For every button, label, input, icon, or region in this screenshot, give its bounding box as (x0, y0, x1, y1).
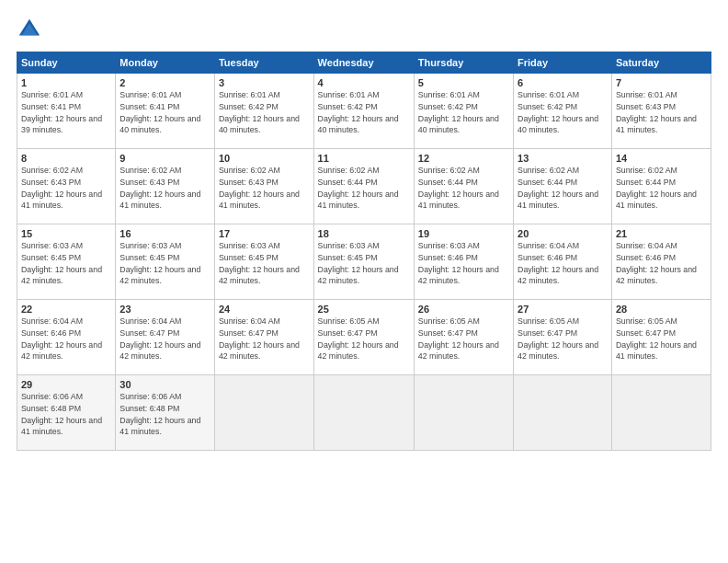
calendar-cell: 5Sunrise: 6:01 AMSunset: 6:42 PMDaylight… (414, 74, 513, 149)
weekday-header: Saturday (611, 52, 711, 74)
day-number: 22 (21, 304, 111, 315)
day-number: 21 (616, 228, 707, 239)
calendar-cell: 21Sunrise: 6:04 AMSunset: 6:46 PMDayligh… (611, 224, 711, 300)
day-number: 13 (518, 153, 608, 164)
calendar-cell: 24Sunrise: 6:04 AMSunset: 6:47 PMDayligh… (214, 300, 313, 375)
day-number: 26 (418, 304, 509, 315)
day-info: Sunrise: 6:05 AMSunset: 6:47 PMDaylight:… (518, 316, 608, 362)
day-info: Sunrise: 6:02 AMSunset: 6:44 PMDaylight:… (518, 165, 608, 212)
calendar-week-row: 22Sunrise: 6:04 AMSunset: 6:46 PMDayligh… (17, 300, 711, 375)
day-info: Sunrise: 6:04 AMSunset: 6:46 PMDaylight:… (616, 240, 707, 287)
day-info: Sunrise: 6:03 AMSunset: 6:46 PMDaylight:… (418, 240, 509, 287)
calendar-cell: 12Sunrise: 6:02 AMSunset: 6:44 PMDayligh… (414, 149, 513, 224)
calendar-cell: 15Sunrise: 6:03 AMSunset: 6:45 PMDayligh… (17, 224, 116, 300)
calendar-cell: 7Sunrise: 6:01 AMSunset: 6:43 PMDaylight… (611, 74, 711, 149)
day-info: Sunrise: 6:01 AMSunset: 6:41 PMDaylight:… (21, 89, 111, 136)
day-number: 25 (318, 304, 410, 315)
day-number: 23 (119, 304, 210, 315)
day-info: Sunrise: 6:01 AMSunset: 6:42 PMDaylight:… (318, 89, 410, 136)
calendar-header-row: SundayMondayTuesdayWednesdayThursdayFrid… (17, 52, 711, 74)
day-number: 15 (21, 228, 111, 239)
day-number: 14 (616, 153, 707, 164)
day-info: Sunrise: 6:01 AMSunset: 6:42 PMDaylight:… (219, 89, 310, 136)
day-number: 19 (418, 228, 509, 239)
calendar-cell: 18Sunrise: 6:03 AMSunset: 6:45 PMDayligh… (313, 224, 414, 300)
day-number: 29 (21, 379, 111, 390)
day-number: 28 (616, 304, 707, 315)
weekday-header: Sunday (17, 52, 116, 74)
calendar-cell: 16Sunrise: 6:03 AMSunset: 6:45 PMDayligh… (116, 224, 215, 300)
day-number: 10 (219, 153, 310, 164)
day-info: Sunrise: 6:06 AMSunset: 6:48 PMDaylight:… (119, 391, 210, 438)
day-number: 11 (318, 153, 410, 164)
calendar-cell (313, 375, 414, 451)
calendar-week-row: 15Sunrise: 6:03 AMSunset: 6:45 PMDayligh… (17, 224, 711, 300)
day-number: 18 (318, 228, 410, 239)
day-number: 8 (21, 153, 111, 164)
day-info: Sunrise: 6:02 AMSunset: 6:44 PMDaylight:… (616, 165, 707, 212)
calendar-cell: 13Sunrise: 6:02 AMSunset: 6:44 PMDayligh… (514, 149, 612, 224)
calendar-cell: 2Sunrise: 6:01 AMSunset: 6:41 PMDaylight… (116, 74, 215, 149)
day-info: Sunrise: 6:02 AMSunset: 6:44 PMDaylight:… (418, 165, 509, 212)
weekday-header: Friday (514, 52, 612, 74)
weekday-header: Monday (116, 52, 215, 74)
calendar-cell (611, 375, 711, 451)
calendar-cell: 3Sunrise: 6:01 AMSunset: 6:42 PMDaylight… (214, 74, 313, 149)
day-info: Sunrise: 6:02 AMSunset: 6:43 PMDaylight:… (21, 165, 111, 212)
calendar-cell: 25Sunrise: 6:05 AMSunset: 6:47 PMDayligh… (313, 300, 414, 375)
day-info: Sunrise: 6:01 AMSunset: 6:43 PMDaylight:… (616, 89, 707, 136)
calendar-cell: 26Sunrise: 6:05 AMSunset: 6:47 PMDayligh… (414, 300, 513, 375)
calendar-page: SundayMondayTuesdayWednesdayThursdayFrid… (0, 0, 728, 563)
day-info: Sunrise: 6:05 AMSunset: 6:47 PMDaylight:… (318, 316, 410, 362)
logo-icon (17, 17, 42, 42)
day-info: Sunrise: 6:01 AMSunset: 6:42 PMDaylight:… (418, 89, 509, 136)
calendar-cell: 29Sunrise: 6:06 AMSunset: 6:48 PMDayligh… (17, 375, 116, 451)
weekday-header: Wednesday (313, 52, 414, 74)
calendar-cell: 27Sunrise: 6:05 AMSunset: 6:47 PMDayligh… (514, 300, 612, 375)
day-info: Sunrise: 6:04 AMSunset: 6:46 PMDaylight:… (21, 316, 111, 362)
day-number: 20 (518, 228, 608, 239)
calendar-cell: 28Sunrise: 6:05 AMSunset: 6:47 PMDayligh… (611, 300, 711, 375)
day-info: Sunrise: 6:01 AMSunset: 6:42 PMDaylight:… (518, 89, 608, 136)
calendar-cell: 20Sunrise: 6:04 AMSunset: 6:46 PMDayligh… (514, 224, 612, 300)
weekday-header: Tuesday (214, 52, 313, 74)
day-number: 4 (318, 77, 410, 88)
calendar-cell: 23Sunrise: 6:04 AMSunset: 6:47 PMDayligh… (116, 300, 215, 375)
day-number: 24 (219, 304, 310, 315)
day-info: Sunrise: 6:03 AMSunset: 6:45 PMDaylight:… (119, 240, 210, 287)
calendar-cell: 1Sunrise: 6:01 AMSunset: 6:41 PMDaylight… (17, 74, 116, 149)
day-info: Sunrise: 6:02 AMSunset: 6:43 PMDaylight:… (119, 165, 210, 212)
calendar-cell (414, 375, 513, 451)
day-info: Sunrise: 6:03 AMSunset: 6:45 PMDaylight:… (318, 240, 410, 287)
calendar-cell: 17Sunrise: 6:03 AMSunset: 6:45 PMDayligh… (214, 224, 313, 300)
day-info: Sunrise: 6:04 AMSunset: 6:46 PMDaylight:… (518, 240, 608, 287)
day-number: 12 (418, 153, 509, 164)
calendar-cell (214, 375, 313, 451)
calendar-cell: 8Sunrise: 6:02 AMSunset: 6:43 PMDaylight… (17, 149, 116, 224)
day-number: 1 (21, 77, 111, 88)
day-info: Sunrise: 6:06 AMSunset: 6:48 PMDaylight:… (21, 391, 111, 438)
day-number: 27 (518, 304, 608, 315)
calendar-cell: 9Sunrise: 6:02 AMSunset: 6:43 PMDaylight… (116, 149, 215, 224)
day-info: Sunrise: 6:02 AMSunset: 6:43 PMDaylight:… (219, 165, 310, 212)
day-number: 16 (119, 228, 210, 239)
day-number: 9 (119, 153, 210, 164)
calendar-cell: 19Sunrise: 6:03 AMSunset: 6:46 PMDayligh… (414, 224, 513, 300)
day-number: 3 (219, 77, 310, 88)
day-number: 17 (219, 228, 310, 239)
day-info: Sunrise: 6:03 AMSunset: 6:45 PMDaylight:… (219, 240, 310, 287)
day-info: Sunrise: 6:04 AMSunset: 6:47 PMDaylight:… (219, 316, 310, 362)
day-info: Sunrise: 6:02 AMSunset: 6:44 PMDaylight:… (318, 165, 410, 212)
day-number: 6 (518, 77, 608, 88)
calendar-week-row: 8Sunrise: 6:02 AMSunset: 6:43 PMDaylight… (17, 149, 711, 224)
page-header (17, 17, 711, 42)
weekday-header: Thursday (414, 52, 513, 74)
calendar-cell: 4Sunrise: 6:01 AMSunset: 6:42 PMDaylight… (313, 74, 414, 149)
calendar-cell: 11Sunrise: 6:02 AMSunset: 6:44 PMDayligh… (313, 149, 414, 224)
day-info: Sunrise: 6:05 AMSunset: 6:47 PMDaylight:… (418, 316, 509, 362)
day-info: Sunrise: 6:04 AMSunset: 6:47 PMDaylight:… (119, 316, 210, 362)
day-number: 2 (119, 77, 210, 88)
calendar-cell: 10Sunrise: 6:02 AMSunset: 6:43 PMDayligh… (214, 149, 313, 224)
logo (17, 17, 46, 42)
day-number: 30 (119, 379, 210, 390)
